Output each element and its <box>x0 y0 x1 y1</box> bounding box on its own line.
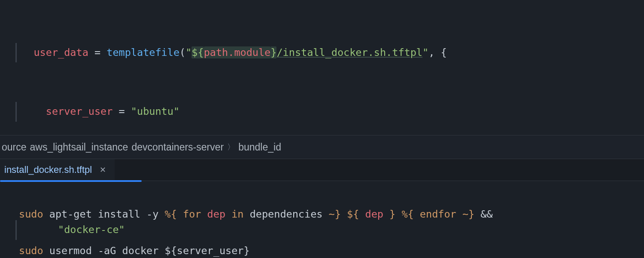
breadcrumb-segment[interactable]: aws_lightsail_instance <box>30 141 128 153</box>
space <box>341 208 347 220</box>
keyword-for: for <box>177 208 207 220</box>
template-directive-open: %{ <box>401 208 413 220</box>
interp-literal: ${server_user} <box>165 245 250 257</box>
breadcrumb-segment[interactable]: devcontainers-server <box>131 141 224 153</box>
interp-open: ${ <box>347 208 359 220</box>
operator: = <box>112 105 131 117</box>
tab-active-indicator <box>0 180 142 182</box>
paren: ( <box>179 46 185 58</box>
shell-text: usermod -aG docker <box>43 245 165 257</box>
string-path: /install_docker.sh.tftpl <box>276 46 422 58</box>
string-quote: " <box>185 46 191 58</box>
interp-close: } <box>389 208 395 220</box>
breadcrumb-segment[interactable]: bundle_id <box>238 141 281 153</box>
keyword-sudo: sudo <box>19 245 43 257</box>
strip-marker: ~ <box>322 208 334 220</box>
template-directive-open: %{ <box>165 208 177 220</box>
string-quote: " <box>422 46 428 58</box>
keyword-sudo: sudo <box>19 208 43 220</box>
interp-var: dep <box>359 208 389 220</box>
string-literal: "docker-ce" <box>58 224 125 236</box>
close-icon[interactable]: ✕ <box>98 164 108 175</box>
identifier: dependencies <box>250 208 323 220</box>
code-line: user_data = templatefile("${path.module}… <box>0 43 644 63</box>
string-literal: "ubuntu" <box>131 105 179 117</box>
template-directive-close: } <box>335 208 341 220</box>
string-interp-open: ${ <box>191 46 204 58</box>
upper-editor-pane[interactable]: user_data = templatefile("${path.module}… <box>0 0 644 135</box>
keyword-endfor: endfor <box>414 208 462 220</box>
path-module-ref: path.module <box>204 46 271 58</box>
shell-text: && <box>474 208 492 220</box>
identifier: user_data <box>33 46 88 58</box>
editor-tab-bar[interactable]: install_docker.sh.tftpl ✕ <box>0 159 644 181</box>
tab-install-docker[interactable]: install_docker.sh.tftpl ✕ <box>0 159 115 181</box>
code-line: "docker-ce" <box>0 220 644 240</box>
loop-var: dep <box>207 208 225 220</box>
function-call: templatefile <box>106 46 179 58</box>
punct: , { <box>428 46 447 58</box>
breadcrumb-segment[interactable]: ource <box>2 141 27 153</box>
template-directive-close: } <box>468 208 474 220</box>
shell-text: apt-get install -y <box>43 208 165 220</box>
strip-marker: ~ <box>462 208 468 220</box>
tab-filename: install_docker.sh.tftpl <box>4 164 92 175</box>
map-key: server_user <box>46 105 113 117</box>
operator: = <box>88 46 106 58</box>
code-line: server_user = "ubuntu" <box>0 102 644 122</box>
space <box>395 208 401 220</box>
string-interp-close: } <box>270 46 276 58</box>
keyword-in: in <box>225 208 250 220</box>
chevron-right-icon: 〉 <box>227 142 235 152</box>
